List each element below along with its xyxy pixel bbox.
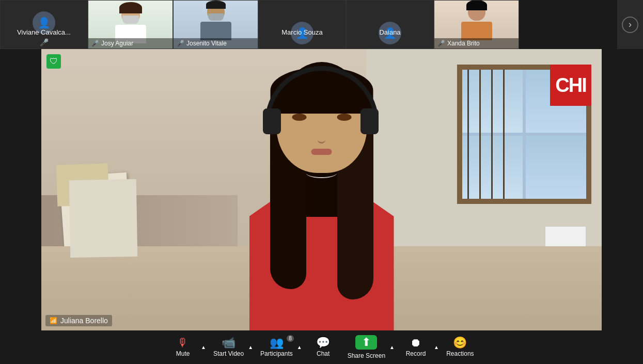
josy-person (110, 4, 151, 40)
reactions-icon: 😊 (453, 337, 467, 349)
participants-button[interactable]: 👥 Participants 8 (256, 333, 297, 361)
next-participants-button[interactable]: › (617, 0, 643, 49)
xanda-name-overlay: 🎤 Xanda Brito (434, 38, 519, 49)
nose (318, 133, 326, 144)
participant-strip: 👤 Viviane Cavalca... 🎤 🎤 Josy Aguiar (0, 0, 643, 49)
chat-button[interactable]: 💬 Chat (305, 333, 341, 361)
participant-name-josy: Josy Aguiar (101, 40, 133, 47)
participants-caret[interactable]: ▲ (296, 333, 303, 361)
start-video-label: Start Video (213, 350, 244, 357)
participants-icon: 👥 (270, 337, 284, 349)
papers-stack-2 (69, 179, 138, 258)
toolbar: 🎙 Mute ▲ 📹 Start Video ▲ 👥 Participants … (0, 330, 643, 364)
share-screen-button[interactable]: ⬆ Share Screen (343, 333, 389, 361)
headphone-left-cup (263, 108, 281, 134)
participant-name-daiana: Daiana (347, 26, 433, 38)
josy-name-overlay: 🎤 Josy Aguiar (88, 38, 172, 49)
mute-icon-viviane: 🎤 (40, 38, 49, 46)
main-video-area: CHI (0, 49, 643, 330)
share-screen-label: Share Screen (348, 352, 385, 359)
participant-name-josenito: Josenito Vitale (186, 40, 227, 47)
mute-caret[interactable]: ▲ (200, 333, 207, 361)
chat-label: Chat (317, 350, 330, 357)
share-screen-caret[interactable]: ▲ (388, 333, 396, 361)
mute-icon-wrapper: 🎙 (177, 337, 189, 349)
main-video-container: CHI (41, 49, 602, 330)
record-label: Record (406, 350, 426, 357)
lips (311, 149, 332, 155)
reactions-label: Reactions (446, 350, 474, 357)
participants-label: Participants (260, 350, 293, 357)
record-caret[interactable]: ▲ (433, 333, 440, 361)
josenito-person (200, 2, 231, 40)
chat-icon: 💬 (316, 337, 330, 349)
record-icon: ⏺ (410, 337, 421, 349)
mute-icon-xanda: 🎤 (437, 40, 445, 47)
security-badge: 🛡 (46, 54, 61, 69)
headphone-right-cup (360, 108, 379, 134)
video-caret[interactable]: ▲ (247, 333, 254, 361)
next-arrow-icon: › (622, 17, 638, 33)
necklace (306, 168, 337, 178)
mute-button[interactable]: 🎙 Mute (165, 333, 201, 361)
main-person-juliana (193, 62, 451, 330)
mute-icon: 🎙 (177, 336, 189, 349)
chi-sign: CHI (550, 65, 591, 106)
signal-icon: 📶 (50, 317, 57, 324)
bar-4 (503, 70, 505, 199)
participant-tile-marcio[interactable]: 👤 Marcio Souza (258, 0, 346, 49)
bar-3 (491, 70, 493, 199)
share-screen-icon-wrap: ⬆ (355, 335, 377, 350)
participants-count-badge: 8 (287, 335, 294, 342)
main-person-name: Juliana Borello (60, 316, 108, 325)
mute-label: Mute (176, 350, 190, 357)
video-icon: 📹 (222, 337, 236, 349)
reactions-button[interactable]: 😊 Reactions (442, 333, 478, 361)
participant-tile-daiana[interactable]: 👤 Daiana (346, 0, 434, 49)
main-person-name-overlay: 📶 Juliana Borello (45, 315, 112, 326)
xanda-person (461, 2, 492, 40)
bar-2 (479, 70, 481, 199)
participant-name-marcio: Marcio Souza (259, 26, 346, 38)
mute-icon-josenito: 🎤 (177, 40, 184, 47)
participant-tile-josy[interactable]: 🎤 Josy Aguiar (88, 0, 173, 49)
record-button[interactable]: ⏺ Record (398, 333, 434, 361)
mute-icon-josy: 🎤 (91, 40, 99, 47)
participant-tile-josenito[interactable]: 🎤 Josenito Vitale (173, 0, 258, 49)
participant-name-viviane: Viviane Cavalca... (1, 26, 87, 38)
josenito-name-overlay: 🎤 Josenito Vitale (174, 38, 258, 49)
participant-tile-xanda[interactable]: 🎤 Xanda Brito (434, 0, 519, 49)
participant-name-xanda: Xanda Brito (447, 40, 480, 47)
bar-1 (467, 70, 469, 199)
start-video-button[interactable]: 📹 Start Video (209, 333, 248, 361)
participant-tile-viviane[interactable]: 👤 Viviane Cavalca... 🎤 (0, 0, 88, 49)
share-screen-icon: ⬆ (362, 336, 371, 349)
